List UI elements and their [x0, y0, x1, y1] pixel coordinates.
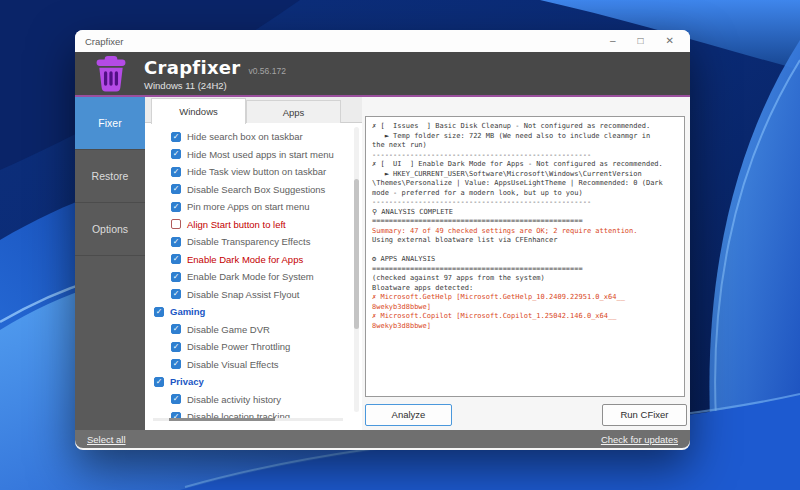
checklist-item[interactable]: Disable Visual Effects: [145, 356, 352, 374]
sidebar: FixerRestoreOptions: [75, 97, 145, 430]
checklist-item[interactable]: Disable Game DVR: [145, 321, 352, 339]
horizontal-scrollbar-thumb[interactable]: [169, 418, 275, 421]
sidebar-item-options[interactable]: Options: [75, 203, 145, 256]
checklist-item[interactable]: Enable Dark Mode for System: [145, 268, 352, 286]
checklist-item[interactable]: Pin more Apps on start menu: [145, 198, 352, 216]
checklist-group[interactable]: Gaming: [145, 303, 352, 321]
sidebar-item-restore[interactable]: Restore: [75, 150, 145, 203]
minimize-button[interactable]: –: [610, 30, 616, 52]
checklist-item[interactable]: Disable Transparency Effects: [145, 233, 352, 251]
console-line: ----------------------------------------…: [372, 151, 678, 161]
console-line: the next run): [372, 141, 678, 151]
checklist-item-label: Disable Visual Effects: [187, 359, 279, 370]
checklist-item[interactable]: Disable Power Throttling: [145, 338, 352, 356]
checklist-item[interactable]: Disable Search Box Suggestions: [145, 181, 352, 199]
checkbox[interactable]: [171, 254, 181, 264]
checkbox[interactable]: [171, 324, 181, 334]
app-version: v0.56.172: [249, 66, 286, 76]
checklist-item[interactable]: Hide Task view button on taskbar: [145, 163, 352, 181]
os-label: Windows 11 (24H2): [144, 80, 286, 91]
maximize-button[interactable]: □: [638, 30, 644, 52]
checklist-group[interactable]: Privacy: [145, 373, 352, 391]
trash-icon: [93, 55, 129, 93]
check-for-updates-link[interactable]: Check for updates: [601, 434, 678, 445]
checklist-item[interactable]: Hide Most used apps in start menu: [145, 146, 352, 164]
main-area: FixerRestoreOptions WindowsApps Hide sea…: [75, 97, 690, 430]
console-line: (checked against 97 apps from the system…: [372, 274, 678, 284]
vertical-scrollbar-thumb[interactable]: [354, 179, 359, 329]
checklist-item-label: Hide search box on taskbar: [187, 131, 303, 142]
checkbox[interactable]: [171, 237, 181, 247]
console-line: ⚲ ANALYSIS COMPLETE: [372, 208, 678, 218]
checklist-item-label: Disable Search Box Suggestions: [187, 184, 325, 195]
checkbox[interactable]: [154, 307, 164, 317]
checklist-item-label: Hide Task view button on taskbar: [187, 166, 326, 177]
app-header: Crapfixer v0.56.172 Windows 11 (24H2): [75, 52, 690, 97]
checklist-item[interactable]: Hide search box on taskbar: [145, 128, 352, 146]
checkbox[interactable]: [171, 359, 181, 369]
checkbox[interactable]: [171, 149, 181, 159]
console-line: ✗ [ Issues ] Basic Disk Cleanup - Not co…: [372, 122, 678, 132]
checklist-item-label: Disable Game DVR: [187, 324, 270, 335]
console-line: ========================================…: [372, 217, 678, 227]
checkbox[interactable]: [171, 167, 181, 177]
checkbox[interactable]: [171, 394, 181, 404]
checklist-item-label: Hide Most used apps in start menu: [187, 149, 334, 160]
checkbox[interactable]: [171, 342, 181, 352]
horizontal-scrollbar[interactable]: [153, 418, 343, 421]
console-line: mode - preferred for a modern look, but …: [372, 189, 678, 199]
console-line: ----------------------------------------…: [372, 198, 678, 208]
checkbox[interactable]: [171, 219, 181, 229]
analysis-console[interactable]: ✗ [ Issues ] Basic Disk Cleanup - Not co…: [365, 116, 685, 397]
status-bar: Select all Check for updates: [75, 430, 690, 448]
console-line: ========================================…: [372, 265, 678, 275]
checkbox[interactable]: [154, 377, 164, 387]
close-button[interactable]: ✕: [666, 30, 674, 52]
desktop: Crapfixer –□✕ Crapfixer v0.56.172 Window…: [0, 0, 800, 490]
analyze-button[interactable]: Analyze: [365, 404, 452, 426]
checklist-item-label: Gaming: [170, 306, 205, 317]
checklist-scroll-area: Hide search box on taskbarHide Most used…: [145, 123, 362, 430]
select-all-link[interactable]: Select all: [87, 434, 126, 445]
window-controls: –□✕: [610, 30, 680, 52]
run-cfixer-button[interactable]: Run CFixer: [602, 404, 687, 426]
tab-windows[interactable]: Windows: [151, 98, 246, 124]
console-line: 8wekyb3d8bbwe]: [372, 303, 678, 313]
checklist-item-label: Disable Snap Assist Flyout: [187, 289, 299, 300]
checkbox[interactable]: [171, 289, 181, 299]
titlebar: Crapfixer –□✕: [75, 30, 690, 52]
console-line: [372, 246, 678, 256]
checkbox[interactable]: [171, 132, 181, 142]
checklist-item[interactable]: Disable Snap Assist Flyout: [145, 286, 352, 304]
app-window: Crapfixer –□✕ Crapfixer v0.56.172 Window…: [75, 30, 690, 450]
tab-bar: WindowsApps: [145, 97, 362, 123]
checklist-item[interactable]: Align Start button to left: [145, 216, 352, 234]
checklist-item[interactable]: Enable Dark Mode for Apps: [145, 251, 352, 269]
console-line: \Themes\Personalize | Value: AppsUseLigh…: [372, 179, 678, 189]
checklist: Hide search box on taskbarHide Most used…: [145, 128, 352, 421]
checklist-item-label: Disable activity history: [187, 394, 281, 405]
console-line: Using external bloatware list via CFEnha…: [372, 236, 678, 246]
checklist-item-label: Privacy: [170, 376, 204, 387]
console-line: ⚙ APPS ANALYSIS: [372, 255, 678, 265]
checkbox[interactable]: [171, 184, 181, 194]
app-name: Crapfixer: [144, 57, 241, 78]
console-line: Summary: 47 of 49 checked settings are O…: [372, 227, 678, 237]
checklist-item-label: Align Start button to left: [187, 219, 286, 230]
console-line: 8wekyb3d8bbwe]: [372, 322, 678, 332]
checklist-item-label: Disable Transparency Effects: [187, 236, 310, 247]
console-line: ► HKEY_CURRENT_USER\Software\Microsoft\W…: [372, 170, 678, 180]
checkbox[interactable]: [171, 272, 181, 282]
checkbox[interactable]: [171, 202, 181, 212]
console-line: Bloatware apps detected:: [372, 284, 678, 294]
checklist-item[interactable]: Disable activity history: [145, 391, 352, 409]
checklist-item-label: Enable Dark Mode for Apps: [187, 254, 303, 265]
sidebar-item-fixer[interactable]: Fixer: [75, 97, 145, 150]
header-text: Crapfixer v0.56.172 Windows 11 (24H2): [144, 57, 286, 91]
vertical-scrollbar[interactable]: [354, 127, 359, 412]
console-line: ✗ Microsoft.GetHelp [Microsoft.GetHelp_1…: [372, 293, 678, 303]
checklist-item-label: Enable Dark Mode for System: [187, 271, 314, 282]
console-line: ✗ [ UI ] Enable Dark Mode for Apps - Not…: [372, 160, 678, 170]
tab-apps[interactable]: Apps: [246, 100, 341, 123]
window-title: Crapfixer: [85, 36, 124, 47]
